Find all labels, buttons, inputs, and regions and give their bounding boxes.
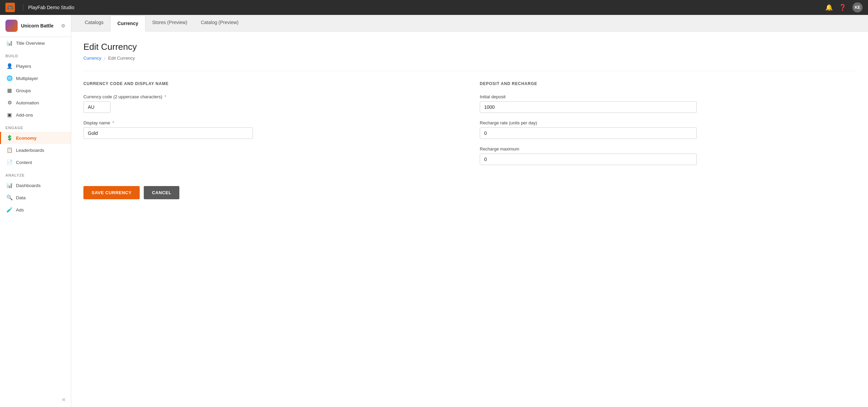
sidebar-item-content[interactable]: 📄 Content xyxy=(0,156,71,168)
sidebar-item-automation[interactable]: ⚙ Automation xyxy=(0,97,71,109)
initial-deposit-group: Initial deposit xyxy=(480,94,856,113)
sidebar-item-label: Content xyxy=(16,160,32,165)
content-area: Edit Currency Currency › Edit Currency C… xyxy=(71,32,868,407)
app-logo: 🎮 xyxy=(5,3,15,12)
breadcrumb-parent-link[interactable]: Currency xyxy=(83,56,101,61)
ads-icon: 🧪 xyxy=(6,207,13,213)
sidebar-item-label: Dashboards xyxy=(16,183,41,188)
topbar-separator xyxy=(23,4,23,11)
sidebar-item-economy[interactable]: 💲 Economy xyxy=(0,132,71,144)
sidebar-section-build: BUILD xyxy=(0,49,71,60)
sidebar-item-addons[interactable]: ▣ Add-ons xyxy=(0,109,71,121)
display-name-input[interactable] xyxy=(83,127,253,139)
sidebar-item-label: Leaderboards xyxy=(16,148,44,153)
breadcrumb: Currency › Edit Currency xyxy=(83,56,856,61)
automation-icon: ⚙ xyxy=(6,100,13,106)
initial-deposit-input[interactable] xyxy=(480,101,697,113)
sidebar-game-header: Unicorn Battle ⚙ xyxy=(0,15,71,37)
sidebar-item-dashboards[interactable]: 📊 Dashboards xyxy=(0,179,71,191)
form-grid: CURRENCY CODE AND DISPLAY NAME Currency … xyxy=(83,81,856,172)
sidebar-item-leaderboards[interactable]: 📋 Leaderboards xyxy=(0,144,71,156)
recharge-rate-group: Recharge rate (units per day) xyxy=(480,120,856,139)
sidebar-item-label: Data xyxy=(16,195,26,200)
addons-icon: ▣ xyxy=(6,112,13,118)
leaderboards-icon: 📋 xyxy=(6,147,13,153)
sidebar-item-label: Title Overview xyxy=(16,41,45,46)
required-marker: * xyxy=(112,120,114,125)
content-icon: 📄 xyxy=(6,159,13,165)
recharge-maximum-label: Recharge maximum xyxy=(480,146,856,151)
required-marker: * xyxy=(164,94,166,99)
right-section-title: DEPOSIT AND RECHARGE xyxy=(480,81,856,86)
sidebar: Unicorn Battle ⚙ 📊 Title Overview BUILD … xyxy=(0,15,71,407)
display-name-group: Display name * xyxy=(83,120,459,139)
button-group: SAVE CURRENCY CANCEL xyxy=(83,186,856,199)
form-left-column: CURRENCY CODE AND DISPLAY NAME Currency … xyxy=(83,81,459,172)
display-name-label: Display name * xyxy=(83,120,459,125)
topbar-right: 🔔 ❓ KE xyxy=(825,2,863,13)
currency-code-group: Currency code (2 uppercase characters) * xyxy=(83,94,459,113)
economy-icon: 💲 xyxy=(6,135,13,141)
sidebar-item-data[interactable]: 🔍 Data xyxy=(0,191,71,204)
groups-icon: ▦ xyxy=(6,87,13,94)
sidebar-item-label: Automation xyxy=(16,100,39,105)
multiplayer-icon: 🌐 xyxy=(6,75,13,81)
sidebar-section-analyze: ANALYZE xyxy=(0,168,71,179)
tab-catalogs[interactable]: Catalogs xyxy=(78,15,110,32)
form-divider xyxy=(83,71,856,71)
sidebar-item-label: Economy xyxy=(16,136,37,141)
recharge-rate-input[interactable] xyxy=(480,127,697,139)
studio-name: PlayFab Demo Studio xyxy=(28,5,74,10)
help-icon[interactable]: ❓ xyxy=(839,4,846,11)
tabbar: Catalogs Currency Stores (Preview) Catal… xyxy=(71,15,868,32)
sidebar-item-label: Groups xyxy=(16,88,31,93)
tab-stores[interactable]: Stores (Preview) xyxy=(145,15,194,32)
dashboards-icon: 📊 xyxy=(6,182,13,188)
sidebar-item-label: Add-ons xyxy=(16,113,33,118)
notification-icon[interactable]: 🔔 xyxy=(825,4,833,11)
sidebar-item-players[interactable]: 👤 Players xyxy=(0,60,71,72)
cancel-button[interactable]: CANCEL xyxy=(144,186,179,199)
sidebar-section-engage: ENGAGE xyxy=(0,121,71,132)
currency-code-input[interactable] xyxy=(83,101,111,113)
sidebar-item-title-overview[interactable]: 📊 Title Overview xyxy=(0,37,71,49)
tab-currency[interactable]: Currency xyxy=(110,16,145,32)
sidebar-item-label: Ads xyxy=(16,207,24,212)
recharge-rate-label: Recharge rate (units per day) xyxy=(480,120,856,125)
settings-icon[interactable]: ⚙ xyxy=(61,23,65,28)
page-title: Edit Currency xyxy=(83,42,856,52)
sidebar-collapse-button[interactable]: « xyxy=(0,392,71,407)
sidebar-item-multiplayer[interactable]: 🌐 Multiplayer xyxy=(0,72,71,84)
players-icon: 👤 xyxy=(6,63,13,69)
initial-deposit-label: Initial deposit xyxy=(480,94,856,99)
recharge-maximum-group: Recharge maximum xyxy=(480,146,856,165)
breadcrumb-separator: › xyxy=(104,56,105,61)
sidebar-item-ads[interactable]: 🧪 Ads xyxy=(0,204,71,216)
main-area: Catalogs Currency Stores (Preview) Catal… xyxy=(71,15,868,407)
title-overview-icon: 📊 xyxy=(6,40,13,46)
sidebar-item-groups[interactable]: ▦ Groups xyxy=(0,84,71,97)
data-icon: 🔍 xyxy=(6,195,13,201)
breadcrumb-current: Edit Currency xyxy=(108,56,135,61)
form-right-column: DEPOSIT AND RECHARGE Initial deposit Rec… xyxy=(480,81,856,172)
save-currency-button[interactable]: SAVE CURRENCY xyxy=(83,186,140,199)
currency-code-label: Currency code (2 uppercase characters) * xyxy=(83,94,459,99)
game-name: Unicorn Battle xyxy=(21,23,54,28)
sidebar-item-label: Multiplayer xyxy=(16,76,38,81)
user-avatar[interactable]: KE xyxy=(852,2,863,13)
tab-catalog-preview[interactable]: Catalog (Preview) xyxy=(194,15,245,32)
sidebar-item-label: Players xyxy=(16,64,31,69)
game-icon xyxy=(5,20,18,32)
left-section-title: CURRENCY CODE AND DISPLAY NAME xyxy=(83,81,459,86)
recharge-maximum-input[interactable] xyxy=(480,154,697,165)
topbar: 🎮 PlayFab Demo Studio 🔔 ❓ KE xyxy=(0,0,868,15)
